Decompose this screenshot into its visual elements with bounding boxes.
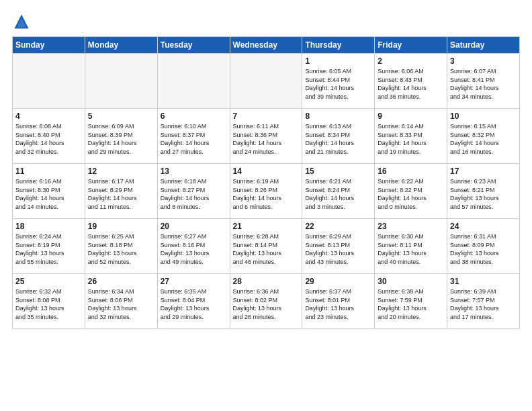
week-row-4: 18Sunrise: 6:24 AM Sunset: 8:19 PM Dayli… <box>13 219 520 274</box>
cell-info: Sunrise: 6:27 AM Sunset: 8:16 PM Dayligh… <box>161 232 227 266</box>
day-number: 11 <box>15 167 82 176</box>
cell-info: Sunrise: 6:18 AM Sunset: 8:27 PM Dayligh… <box>161 177 227 211</box>
calendar-cell: 10Sunrise: 6:15 AM Sunset: 8:32 PM Dayli… <box>447 109 520 164</box>
cell-info: Sunrise: 6:37 AM Sunset: 8:01 PM Dayligh… <box>305 287 371 321</box>
calendar-cell: 7Sunrise: 6:11 AM Sunset: 8:36 PM Daylig… <box>230 109 302 164</box>
cell-info: Sunrise: 6:14 AM Sunset: 8:33 PM Dayligh… <box>378 122 444 156</box>
cell-info: Sunrise: 6:25 AM Sunset: 8:18 PM Dayligh… <box>88 232 154 266</box>
cell-info: Sunrise: 6:34 AM Sunset: 8:06 PM Dayligh… <box>88 287 154 321</box>
cell-info: Sunrise: 6:31 AM Sunset: 8:09 PM Dayligh… <box>450 232 517 266</box>
calendar-cell: 18Sunrise: 6:24 AM Sunset: 8:19 PM Dayli… <box>13 219 85 274</box>
cell-info: Sunrise: 6:16 AM Sunset: 8:30 PM Dayligh… <box>15 177 82 211</box>
cell-info: Sunrise: 6:22 AM Sunset: 8:22 PM Dayligh… <box>378 177 444 211</box>
cell-info: Sunrise: 6:05 AM Sunset: 8:44 PM Dayligh… <box>305 67 371 101</box>
day-number: 4 <box>15 111 82 121</box>
cell-info: Sunrise: 6:10 AM Sunset: 8:37 PM Dayligh… <box>161 122 227 156</box>
day-number: 14 <box>233 167 300 176</box>
logo <box>12 12 34 31</box>
weekday-header-wednesday: Wednesday <box>230 37 302 54</box>
cell-info: Sunrise: 6:24 AM Sunset: 8:19 PM Dayligh… <box>15 232 82 266</box>
weekday-header-row: SundayMondayTuesdayWednesdayThursdayFrid… <box>13 37 520 54</box>
calendar-cell: 5Sunrise: 6:09 AM Sunset: 8:39 PM Daylig… <box>85 109 157 164</box>
cell-info: Sunrise: 6:17 AM Sunset: 8:29 PM Dayligh… <box>88 177 154 211</box>
cell-info: Sunrise: 6:06 AM Sunset: 8:43 PM Dayligh… <box>378 67 444 101</box>
day-number: 16 <box>378 167 444 176</box>
calendar-cell: 2Sunrise: 6:06 AM Sunset: 8:43 PM Daylig… <box>375 54 447 109</box>
weekday-header-thursday: Thursday <box>302 37 375 54</box>
week-row-3: 11Sunrise: 6:16 AM Sunset: 8:30 PM Dayli… <box>13 164 520 219</box>
cell-info: Sunrise: 6:29 AM Sunset: 8:13 PM Dayligh… <box>305 232 371 266</box>
day-number: 19 <box>88 222 154 231</box>
cell-info: Sunrise: 6:35 AM Sunset: 8:04 PM Dayligh… <box>161 287 227 321</box>
page: SundayMondayTuesdayWednesdayThursdayFrid… <box>0 0 532 411</box>
cell-info: Sunrise: 6:19 AM Sunset: 8:26 PM Dayligh… <box>233 177 300 211</box>
calendar-cell: 20Sunrise: 6:27 AM Sunset: 8:16 PM Dayli… <box>157 219 230 274</box>
calendar-cell: 6Sunrise: 6:10 AM Sunset: 8:37 PM Daylig… <box>157 109 230 164</box>
header <box>12 12 520 31</box>
cell-info: Sunrise: 6:09 AM Sunset: 8:39 PM Dayligh… <box>88 122 154 156</box>
calendar-cell: 1Sunrise: 6:05 AM Sunset: 8:44 PM Daylig… <box>302 54 375 109</box>
cell-info: Sunrise: 6:21 AM Sunset: 8:24 PM Dayligh… <box>305 177 371 211</box>
weekday-header-saturday: Saturday <box>447 37 520 54</box>
calendar-cell: 19Sunrise: 6:25 AM Sunset: 8:18 PM Dayli… <box>85 219 157 274</box>
cell-info: Sunrise: 6:28 AM Sunset: 8:14 PM Dayligh… <box>233 232 300 266</box>
calendar-cell: 23Sunrise: 6:30 AM Sunset: 8:11 PM Dayli… <box>375 219 447 274</box>
calendar-table: SundayMondayTuesdayWednesdayThursdayFrid… <box>12 36 520 329</box>
day-number: 24 <box>450 222 517 231</box>
cell-info: Sunrise: 6:39 AM Sunset: 7:57 PM Dayligh… <box>450 287 517 321</box>
day-number: 7 <box>233 111 300 121</box>
calendar-cell: 16Sunrise: 6:22 AM Sunset: 8:22 PM Dayli… <box>375 164 447 219</box>
day-number: 13 <box>161 167 227 176</box>
week-row-1: 1Sunrise: 6:05 AM Sunset: 8:44 PM Daylig… <box>13 54 520 109</box>
day-number: 15 <box>305 167 371 176</box>
calendar-cell: 8Sunrise: 6:13 AM Sunset: 8:34 PM Daylig… <box>302 109 375 164</box>
day-number: 10 <box>450 111 517 121</box>
calendar-cell: 15Sunrise: 6:21 AM Sunset: 8:24 PM Dayli… <box>302 164 375 219</box>
day-number: 5 <box>88 111 154 121</box>
calendar-cell: 25Sunrise: 6:32 AM Sunset: 8:08 PM Dayli… <box>13 274 85 329</box>
cell-info: Sunrise: 6:13 AM Sunset: 8:34 PM Dayligh… <box>305 122 371 156</box>
calendar-cell: 13Sunrise: 6:18 AM Sunset: 8:27 PM Dayli… <box>157 164 230 219</box>
calendar-cell <box>230 54 302 109</box>
calendar-cell: 11Sunrise: 6:16 AM Sunset: 8:30 PM Dayli… <box>13 164 85 219</box>
day-number: 1 <box>305 56 371 66</box>
weekday-header-monday: Monday <box>85 37 157 54</box>
day-number: 18 <box>15 222 82 231</box>
calendar-cell: 21Sunrise: 6:28 AM Sunset: 8:14 PM Dayli… <box>230 219 302 274</box>
cell-info: Sunrise: 6:30 AM Sunset: 8:11 PM Dayligh… <box>378 232 444 266</box>
day-number: 28 <box>233 277 300 286</box>
calendar-cell: 4Sunrise: 6:08 AM Sunset: 8:40 PM Daylig… <box>13 109 85 164</box>
day-number: 9 <box>378 111 444 121</box>
weekday-header-tuesday: Tuesday <box>157 37 230 54</box>
day-number: 17 <box>450 167 517 176</box>
calendar-body: 1Sunrise: 6:05 AM Sunset: 8:44 PM Daylig… <box>13 54 520 329</box>
day-number: 31 <box>450 277 517 286</box>
day-number: 3 <box>450 56 517 66</box>
calendar-cell <box>157 54 230 109</box>
logo-icon <box>12 12 31 31</box>
calendar-cell: 14Sunrise: 6:19 AM Sunset: 8:26 PM Dayli… <box>230 164 302 219</box>
day-number: 25 <box>15 277 82 286</box>
day-number: 22 <box>305 222 371 231</box>
day-number: 2 <box>378 56 444 66</box>
cell-info: Sunrise: 6:15 AM Sunset: 8:32 PM Dayligh… <box>450 122 517 156</box>
calendar-cell: 30Sunrise: 6:38 AM Sunset: 7:59 PM Dayli… <box>375 274 447 329</box>
calendar-cell: 12Sunrise: 6:17 AM Sunset: 8:29 PM Dayli… <box>85 164 157 219</box>
calendar-cell <box>85 54 157 109</box>
weekday-header-friday: Friday <box>375 37 447 54</box>
day-number: 29 <box>305 277 371 286</box>
cell-info: Sunrise: 6:08 AM Sunset: 8:40 PM Dayligh… <box>15 122 82 156</box>
calendar-cell: 26Sunrise: 6:34 AM Sunset: 8:06 PM Dayli… <box>85 274 157 329</box>
calendar-cell <box>13 54 85 109</box>
day-number: 20 <box>161 222 227 231</box>
weekday-header-sunday: Sunday <box>13 37 85 54</box>
calendar-cell: 31Sunrise: 6:39 AM Sunset: 7:57 PM Dayli… <box>447 274 520 329</box>
cell-info: Sunrise: 6:32 AM Sunset: 8:08 PM Dayligh… <box>15 287 82 321</box>
week-row-2: 4Sunrise: 6:08 AM Sunset: 8:40 PM Daylig… <box>13 109 520 164</box>
calendar-cell: 24Sunrise: 6:31 AM Sunset: 8:09 PM Dayli… <box>447 219 520 274</box>
day-number: 21 <box>233 222 300 231</box>
day-number: 8 <box>305 111 371 121</box>
cell-info: Sunrise: 6:23 AM Sunset: 8:21 PM Dayligh… <box>450 177 517 211</box>
calendar-cell: 17Sunrise: 6:23 AM Sunset: 8:21 PM Dayli… <box>447 164 520 219</box>
cell-info: Sunrise: 6:07 AM Sunset: 8:41 PM Dayligh… <box>450 67 517 101</box>
